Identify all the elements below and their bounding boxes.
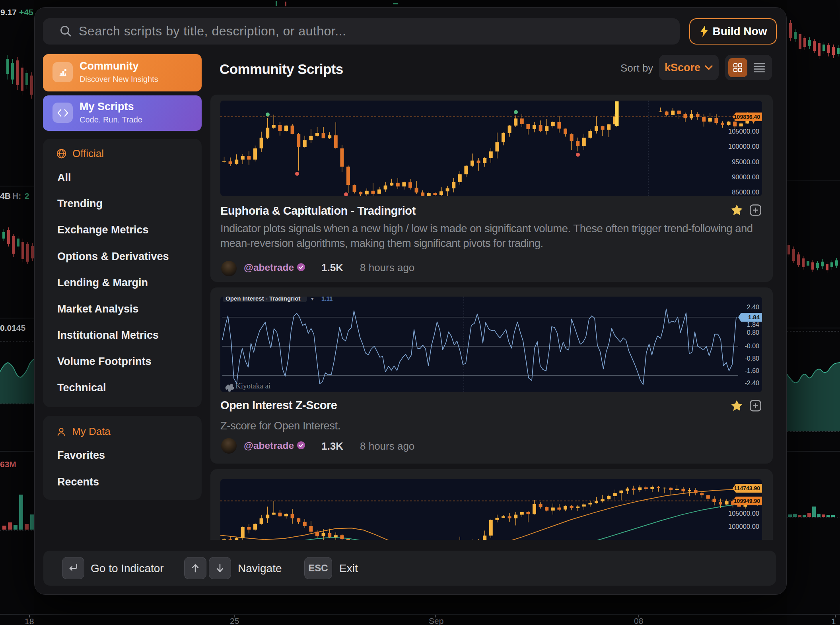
svg-text:9.17: 9.17 [0, 8, 17, 17]
svg-text:Kiyotaka ai: Kiyotaka ai [235, 382, 270, 390]
svg-text:-1.60: -1.60 [745, 367, 760, 374]
svg-text:-2.40: -2.40 [745, 380, 760, 386]
svg-text:109836.40: 109836.40 [734, 114, 760, 120]
svg-text:1.84: 1.84 [748, 314, 760, 320]
svg-text:100000.00: 100000.00 [728, 143, 759, 150]
svg-text:Open Interest - Tradingriot: Open Interest - Tradingriot [226, 297, 300, 302]
svg-text:H:: H: [12, 191, 21, 200]
svg-text:+45: +45 [19, 8, 33, 17]
svg-text:-0.00: -0.00 [745, 343, 760, 349]
svg-text:2.40: 2.40 [747, 304, 759, 311]
svg-text:0.0145: 0.0145 [0, 323, 26, 332]
svg-text:100000.00: 100000.00 [728, 523, 759, 530]
svg-text:95000.00: 95000.00 [732, 158, 759, 165]
svg-text:4B: 4B [0, 191, 11, 200]
svg-text:114743.90: 114743.90 [734, 485, 760, 491]
svg-text:-0.80: -0.80 [745, 355, 760, 362]
svg-text:1: 1 [831, 617, 836, 625]
svg-text:63M: 63M [0, 460, 16, 469]
svg-text:0.80: 0.80 [747, 329, 759, 336]
svg-text:105000.00: 105000.00 [728, 510, 759, 517]
svg-text:18: 18 [25, 617, 34, 625]
svg-text:105000.00: 105000.00 [728, 128, 759, 135]
svg-text:1.11: 1.11 [321, 297, 332, 302]
svg-text:1.84: 1.84 [747, 321, 759, 328]
svg-text:85000.00: 85000.00 [732, 188, 759, 196]
svg-text:▾: ▾ [311, 297, 314, 302]
svg-text:2: 2 [25, 191, 29, 200]
svg-text:109949.90: 109949.90 [734, 498, 760, 504]
svg-text:90000.00: 90000.00 [732, 173, 759, 181]
